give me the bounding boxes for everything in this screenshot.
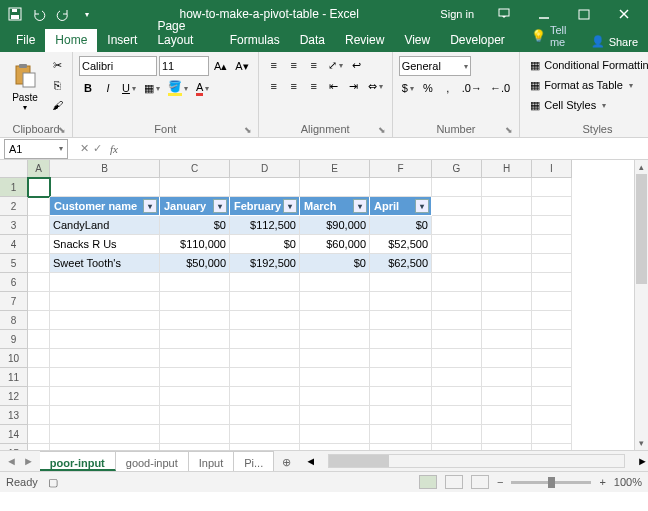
sign-in-link[interactable]: Sign in [440,8,474,20]
cell[interactable] [370,406,432,425]
cell[interactable] [160,178,230,197]
cell-value[interactable]: $50,000 [160,254,230,273]
cell[interactable] [432,425,482,444]
increase-font-icon[interactable]: A▴ [211,57,230,75]
view-normal-icon[interactable] [419,475,437,489]
cell[interactable] [482,368,532,387]
clipboard-launcher-icon[interactable]: ⬊ [58,125,66,135]
cell[interactable] [370,387,432,406]
redo-icon[interactable] [52,3,74,25]
cell[interactable] [300,444,370,450]
table-header-january[interactable]: January▾ [160,197,230,216]
number-format-combo[interactable]: General▾ [399,56,471,76]
decrease-decimal-icon[interactable]: ←.0 [487,79,513,97]
decrease-font-icon[interactable]: A▾ [232,57,251,75]
row-header-8[interactable]: 8 [0,311,28,330]
column-header-B[interactable]: B [50,160,160,178]
cell[interactable] [532,330,572,349]
cell[interactable] [432,178,482,197]
fill-color-button[interactable]: 🪣▾ [165,79,191,97]
cell[interactable] [230,178,300,197]
cell[interactable] [532,178,572,197]
row-header-7[interactable]: 7 [0,292,28,311]
font-size-combo[interactable] [159,56,209,76]
cell[interactable] [370,311,432,330]
cell[interactable] [50,178,160,197]
row-header-15[interactable]: 15 [0,444,28,450]
tab-page-layout[interactable]: Page Layout [147,15,219,52]
add-sheet-button[interactable]: ⊕ [274,451,299,471]
cell[interactable] [230,292,300,311]
cell[interactable] [28,387,50,406]
cell[interactable] [370,330,432,349]
percent-icon[interactable]: % [419,79,437,97]
vertical-scrollbar[interactable]: ▴ ▾ [634,160,648,450]
cell[interactable] [300,178,370,197]
horizontal-scrollbar[interactable] [328,454,625,468]
cancel-formula-icon[interactable]: ✕ [80,142,89,155]
filter-button[interactable]: ▾ [353,199,367,213]
cell-value[interactable]: $0 [300,254,370,273]
sheet-tab-pi[interactable]: Pi... [234,451,274,471]
column-header-D[interactable]: D [230,160,300,178]
cell[interactable] [482,444,532,450]
cell[interactable] [160,406,230,425]
cell-value[interactable]: $0 [160,216,230,235]
cell[interactable] [28,254,50,273]
cell[interactable] [28,349,50,368]
cell[interactable] [482,425,532,444]
cell[interactable] [50,387,160,406]
cell[interactable] [370,178,432,197]
cut-button[interactable]: ✂ [48,56,66,74]
currency-icon[interactable]: $▾ [399,79,417,97]
cell-value[interactable]: $112,500 [230,216,300,235]
bold-button[interactable]: B [79,79,97,97]
tab-home[interactable]: Home [45,29,97,52]
cell[interactable] [28,425,50,444]
cell[interactable] [50,311,160,330]
cell[interactable] [160,387,230,406]
paste-button[interactable]: Paste ▾ [6,56,44,118]
column-header-I[interactable]: I [532,160,572,178]
sheet-tab-input[interactable]: Input [189,451,234,471]
conditional-formatting-button[interactable]: ▦ Conditional Formatting▾ [526,56,648,74]
cell[interactable] [50,273,160,292]
view-page-break-icon[interactable] [471,475,489,489]
cell-value[interactable]: $192,500 [230,254,300,273]
underline-button[interactable]: U▾ [119,79,139,97]
cell[interactable] [300,349,370,368]
share-button[interactable]: 👤 Share [581,31,648,52]
cell[interactable] [28,444,50,450]
cell[interactable] [532,273,572,292]
merge-center-icon[interactable]: ⇔▾ [365,77,386,95]
cell[interactable] [230,349,300,368]
cell[interactable] [432,197,482,216]
row-header-2[interactable]: 2 [0,197,28,216]
align-middle-icon[interactable]: ≡ [285,56,303,74]
wrap-text-icon[interactable]: ↩ [348,56,366,74]
orientation-icon[interactable]: ⤢▾ [325,56,346,74]
cell-value[interactable]: $52,500 [370,235,432,254]
cell[interactable] [482,330,532,349]
increase-indent-icon[interactable]: ⇥ [345,77,363,95]
alignment-launcher-icon[interactable]: ⬊ [378,125,386,135]
row-header-5[interactable]: 5 [0,254,28,273]
column-header-G[interactable]: G [432,160,482,178]
select-all-corner[interactable] [0,160,28,178]
cell[interactable] [482,406,532,425]
sheet-nav[interactable]: ◄► [0,451,40,471]
cell[interactable] [432,349,482,368]
scroll-up-icon[interactable]: ▴ [635,160,648,174]
cell[interactable] [532,197,572,216]
cell[interactable] [230,311,300,330]
zoom-in-button[interactable]: + [599,476,605,488]
cell-A1[interactable] [28,178,50,197]
row-header-3[interactable]: 3 [0,216,28,235]
cell[interactable] [370,444,432,450]
cell[interactable] [300,406,370,425]
cell[interactable] [230,444,300,450]
cell-value[interactable]: $60,000 [300,235,370,254]
font-launcher-icon[interactable]: ⬊ [244,125,252,135]
cell[interactable] [50,425,160,444]
number-launcher-icon[interactable]: ⬊ [505,125,513,135]
